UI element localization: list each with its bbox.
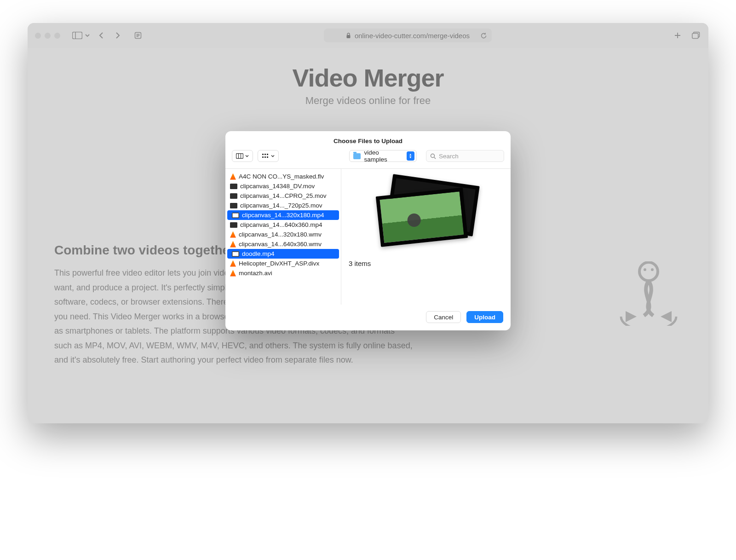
file-row[interactable]: clipcanvas_14...320x180.mp4: [227, 210, 339, 220]
file-row[interactable]: clipcanvas_14...640x360.mp4: [225, 220, 341, 230]
svg-rect-16: [236, 154, 243, 159]
reload-button[interactable]: [480, 32, 487, 39]
vlc-icon: [230, 241, 236, 248]
address-bar[interactable]: online-video-cutter.com/merge-videos: [324, 29, 492, 42]
svg-point-12: [644, 268, 646, 271]
traffic-lights: [35, 33, 60, 39]
group-by-button[interactable]: [258, 150, 279, 162]
file-list[interactable]: A4C NON CO...YS_masked.flvclipcanvas_143…: [225, 169, 341, 305]
updown-chevron-icon: ▲▼: [407, 151, 415, 161]
file-row[interactable]: montazh.avi: [225, 268, 341, 278]
address-bar-url: online-video-cutter.com/merge-videos: [355, 32, 470, 40]
page-title: Video Merger: [28, 64, 708, 92]
svg-rect-6: [346, 35, 350, 38]
safari-window: online-video-cutter.com/merge-videos Vid…: [28, 23, 708, 423]
file-name: clipcanvas_14...320x180.mp4: [242, 212, 324, 219]
search-icon: [430, 153, 436, 159]
video-file-icon: [232, 213, 239, 218]
location-selector[interactable]: video samples ▲▼: [349, 150, 417, 162]
chevron-down-icon: [271, 154, 275, 158]
lock-icon: [346, 33, 351, 39]
dialog-footer: Cancel Upload: [225, 305, 511, 330]
site-settings-button[interactable]: [133, 30, 143, 40]
chevron-down-icon: [85, 33, 90, 38]
file-name: clipcanvas_14...CPRO_25.mov: [240, 192, 327, 199]
right-toolbar: [673, 30, 701, 40]
search-field[interactable]: Search: [426, 150, 504, 162]
video-file-icon: [230, 203, 237, 208]
decorative-graphic: [612, 261, 685, 326]
back-button[interactable]: [96, 30, 106, 40]
file-name: clipcanvas_14..._720p25.mov: [240, 202, 322, 209]
svg-rect-23: [264, 156, 266, 158]
svg-marker-15: [661, 311, 672, 322]
new-tab-button[interactable]: [673, 30, 683, 40]
svg-rect-24: [267, 156, 268, 158]
file-name: clipcanvas_14...320x180.wmv: [239, 231, 322, 238]
file-name: montazh.avi: [239, 270, 272, 277]
svg-point-11: [639, 262, 658, 281]
upload-button[interactable]: Upload: [466, 311, 503, 323]
vlc-icon: [230, 231, 236, 238]
file-row[interactable]: clipcanvas_14..._720p25.mov: [225, 201, 341, 210]
svg-point-25: [431, 154, 435, 157]
vlc-icon: [230, 260, 236, 267]
file-row[interactable]: clipcanvas_14348_DV.mov: [225, 181, 341, 191]
video-file-icon: [230, 222, 237, 228]
forward-button[interactable]: [113, 30, 123, 40]
file-open-dialog: Choose Files to Upload video samples ▲▼: [225, 131, 511, 330]
file-row[interactable]: clipcanvas_14...320x180.wmv: [225, 230, 341, 239]
preview-thumbnail: [376, 187, 468, 247]
dialog-title: Choose Files to Upload: [225, 131, 511, 150]
file-name: doodle.mp4: [242, 250, 275, 257]
chevron-down-icon: [245, 154, 249, 158]
vlc-icon: [230, 173, 236, 180]
svg-point-13: [651, 268, 654, 271]
folder-icon: [353, 153, 361, 159]
tabs-overview-button[interactable]: [691, 30, 701, 40]
zoom-window-button[interactable]: [54, 33, 60, 39]
file-row[interactable]: A4C NON CO...YS_masked.flv: [225, 172, 341, 181]
svg-rect-21: [267, 154, 268, 155]
svg-rect-20: [264, 154, 266, 155]
browser-toolbar: online-video-cutter.com/merge-videos: [28, 23, 708, 48]
close-window-button[interactable]: [35, 33, 41, 39]
sidebar-toggle-group[interactable]: [72, 32, 90, 39]
search-placeholder: Search: [439, 153, 459, 160]
svg-rect-0: [73, 32, 82, 39]
cancel-button[interactable]: Cancel: [426, 311, 461, 323]
file-name: A4C NON CO...YS_masked.flv: [239, 173, 324, 180]
file-row[interactable]: clipcanvas_14...CPRO_25.mov: [225, 191, 341, 201]
minimize-window-button[interactable]: [45, 33, 51, 39]
location-label: video samples: [364, 149, 403, 163]
video-file-icon: [230, 193, 237, 199]
svg-rect-19: [262, 154, 264, 155]
svg-rect-10: [692, 34, 698, 39]
file-name: clipcanvas_14...640x360.wmv: [239, 241, 322, 248]
dialog-body: A4C NON CO...YS_masked.flvclipcanvas_143…: [225, 168, 511, 305]
file-row[interactable]: clipcanvas_14...640x360.wmv: [225, 239, 341, 249]
video-file-icon: [230, 184, 237, 189]
file-row[interactable]: Helicopter_DivXHT_ASP.divx: [225, 259, 341, 268]
file-name: clipcanvas_14348_DV.mov: [240, 183, 315, 190]
dialog-toolbar: video samples ▲▼ Search: [225, 150, 511, 168]
video-file-icon: [232, 251, 239, 257]
preview-thumbnails: [375, 180, 477, 251]
preview-item-count: 3 items: [349, 260, 371, 267]
svg-line-26: [434, 157, 436, 159]
svg-marker-14: [626, 311, 637, 322]
svg-rect-22: [262, 156, 264, 158]
view-columns-button[interactable]: [232, 150, 253, 162]
page-subtitle: Merge videos online for free: [28, 95, 708, 107]
file-name: clipcanvas_14...640x360.mp4: [240, 221, 322, 228]
file-row[interactable]: doodle.mp4: [227, 249, 339, 259]
file-name: Helicopter_DivXHT_ASP.divx: [239, 260, 319, 267]
preview-pane: 3 items: [341, 169, 511, 305]
vlc-icon: [230, 270, 236, 277]
